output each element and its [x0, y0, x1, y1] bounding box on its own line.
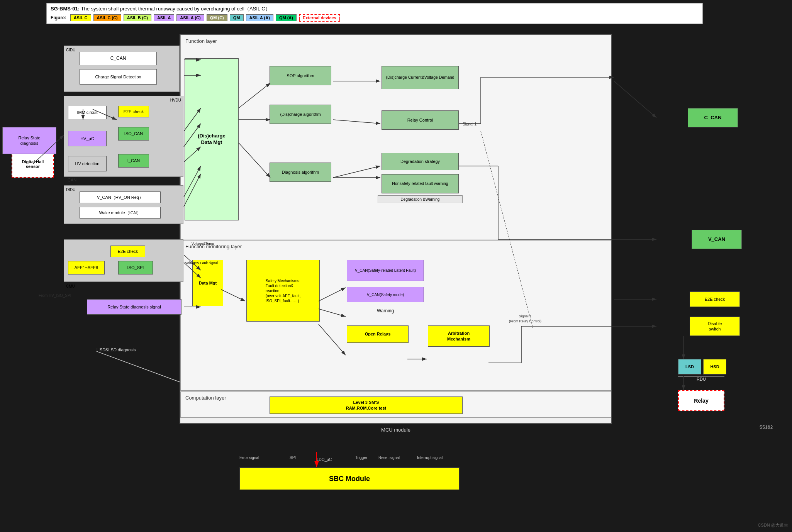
voltage-temp: Voltage&Temp [192, 242, 214, 246]
svg-line-22 [614, 81, 656, 118]
legend-asil-a-a: ASIL A (A) [246, 14, 273, 21]
warning-label: Warning [347, 308, 424, 313]
header-title: SG-BMS-01: The system shall prevent ther… [51, 5, 699, 12]
signal1-label: Signal 1 [463, 122, 477, 126]
e2e-check-top: E2E check [118, 106, 149, 117]
iso-spi: ISO_SPI [118, 261, 153, 274]
voltage-fault: Voltage& Fault signal [185, 261, 218, 266]
legend-external: External devices [299, 14, 340, 22]
computation-layer-title: Computation layer [185, 395, 226, 401]
legend-asil-a-c: ASIL A (C) [176, 14, 204, 21]
header-title-text: The system shall prevent thermal runaway… [81, 6, 270, 12]
reset-signal-label: Reset signal [378, 456, 400, 460]
hsd-lsd-label: HSD&LSD diagnosis [97, 347, 136, 352]
open-relays: Open Relays [347, 325, 409, 343]
wake-module: Wake module（IGN） [80, 207, 161, 219]
i-can: I_CAN [118, 154, 149, 168]
header-title-bold: SG-BMS-01: [51, 6, 80, 12]
iso-can: ISO_CAN [118, 127, 149, 141]
didu-group: DIDU V_CAN（HV_ON Req） Wake module（IGN） [64, 185, 183, 224]
legend-asil-a: ASIL A [154, 14, 174, 21]
disable-switch: Disable switch [690, 317, 740, 336]
signal1-relay-label: Signal 1 (From Relay Control) [509, 314, 541, 324]
v-can-safety: V_CAN(Safety mode) [347, 287, 424, 302]
function-layer-title: Function layer [185, 38, 217, 44]
computation-layer: Computation layer Level 3 SM'S RAM,ROM,C… [180, 391, 611, 418]
main-container: SG-BMS-01: The system shall prevent ther… [0, 0, 792, 532]
svg-line-38 [97, 351, 180, 382]
header-box: SG-BMS-01: The system shall prevent ther… [46, 3, 703, 24]
legend-row: Figure: ASIL C ASIL C (C) ASIL B (C) ASI… [51, 14, 699, 22]
cidu-group: CIDU C_CAN Charge Signal Detection [64, 46, 180, 92]
relay-state-diagnosis: Relay State diagnosis [2, 127, 56, 154]
nonsafety-fault: Nonsafety-related fault warning [382, 174, 459, 193]
didu-label: DIDU [66, 188, 75, 192]
monitoring-data-mgt: Data Mgt [192, 260, 223, 306]
dis-charge-demand: (Dis)charge Current&Voltage Demand [382, 66, 459, 89]
legend-asil-c-c: ASIL C (C) [93, 14, 121, 21]
v-can-hv: V_CAN（HV_ON Req） [80, 191, 161, 203]
spi-label: SPI [290, 456, 296, 460]
dis-charge-algorithm: (Dis)charge algorithm [270, 105, 331, 124]
afe-afe8: AFE1~AFE8 [68, 261, 105, 274]
legend-qm-a: QM (A) [276, 14, 297, 21]
cmu-label: CMU [66, 284, 75, 288]
v-can-latent: V_CAN(Safety-related Latent Fault) [347, 260, 424, 281]
imm-circuit: IMM circuit [68, 106, 107, 119]
legend-qm: QM [230, 14, 244, 21]
hvdu-group: HVDU IMM circuit E2E check HV_μC ISO_CAN… [64, 96, 183, 177]
relay-box: Relay [678, 390, 724, 411]
degradation-strategy: Degradation strategy [382, 153, 459, 170]
hv-detection: HV detection [68, 156, 107, 171]
ldo-uc-label: LDO_μC [317, 457, 332, 462]
mcu-box: MCU module Function layer (Dis)charge Da… [180, 34, 612, 424]
ss1-2-label: SS1&2 [760, 425, 773, 429]
dis-charge-data-mgt: (Dis)charge Data Mgt [185, 58, 239, 220]
watermark: CSDN @大道生 [758, 522, 788, 528]
error-signal-label: Error signal [239, 456, 259, 460]
charge-signal-detection: Charge Signal Detection [80, 69, 157, 85]
c-can-left: C_CAN [80, 52, 157, 65]
sop-algorithm: SOP algorithm [270, 66, 331, 85]
v-can-right: V_CAN [692, 230, 742, 249]
safety-mechanisms: Safety Mechanisms: Fault detection& reac… [246, 260, 320, 322]
e2e-check-bottom: E2E check [110, 246, 145, 257]
figure-label: Figure: [51, 15, 66, 20]
hv-uc: HV_μC [68, 131, 107, 146]
legend-asil-b-c: ASIL B (C) [124, 14, 151, 21]
trigger-label: Trigger [355, 456, 367, 460]
from-hv-label: From HV_ISO_SPI [39, 293, 71, 298]
rdu-label: RDU [678, 376, 724, 381]
interrupt-signal-label: Interrupt signal [417, 456, 443, 460]
degradation-warning-box: Degradation &Warning [378, 195, 463, 203]
cidu-label: CIDU [66, 48, 75, 52]
monitoring-layer: Function monitoring layer Data Mgt Safet… [180, 240, 611, 391]
hvdu-label: HVDU [170, 98, 181, 102]
level3-sm: Level 3 SM'S RAM,ROM,Core test [270, 396, 463, 414]
can-label: CAN [68, 178, 76, 182]
sbc-module: SBC Module [239, 467, 460, 490]
arbitration-mechanism: Arbitration Mechanism [428, 325, 490, 347]
relay-diagnosis-signal: Relay State diagnosis signal [87, 299, 181, 315]
digital-hall-sensor: Digital Hall sensor [12, 151, 54, 178]
function-layer: Function layer (Dis)charge Data Mgt SOP … [180, 35, 611, 239]
cmu-group: CMU Voltage&Temp Voltage& Fault signal E… [64, 239, 183, 282]
e2e-check-right: E2E check [690, 291, 740, 307]
legend-qm-c: QM (C) [207, 14, 227, 21]
mcu-label: MCU module [381, 427, 410, 433]
lsd-box: LSD [678, 359, 701, 374]
hsd-box: HSD [703, 359, 726, 374]
c-can-right: C_CAN [688, 108, 738, 127]
legend-asil-c: ASIL C [70, 14, 91, 21]
relay-control: Relay Control [382, 110, 459, 130]
diagnosis-algorithm: Diagnosis algorithm [270, 163, 331, 182]
